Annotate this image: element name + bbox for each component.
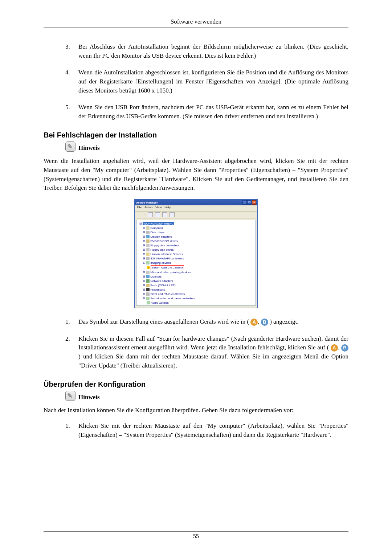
install-steps-list: 3. Bei Abschluss der AutoInstallation be… — [65, 42, 348, 121]
tree-item[interactable]: ⊞ Floppy disk drives — [139, 248, 253, 252]
page-header: Software verwenden — [44, 18, 348, 28]
hinweis-label-2: Hinweis — [78, 394, 100, 401]
tree-item[interactable]: ⊞ Processors — [139, 288, 253, 292]
tree-item[interactable]: ⊞ IDE ATA/ATAPI controllers — [139, 257, 253, 261]
nav-fwd-icon[interactable]: → — [142, 213, 146, 217]
badge-b-icon: B — [261, 319, 268, 326]
titlebar: Device Manager _ □ × — [135, 200, 257, 205]
step-4: 4. Wenn die AutoInstallation abgeschloss… — [65, 68, 348, 95]
verify-step-1: 1. Klicken Sie mit der rechten Maustaste… — [65, 422, 348, 439]
tree-item[interactable]: ⊞ Computer — [139, 226, 253, 230]
section-install-failure-heading: Bei Fehlschlagen der Installation — [44, 131, 348, 139]
close-icon[interactable]: × — [252, 200, 256, 205]
maximize-icon[interactable]: □ — [247, 200, 252, 205]
step-4-number: 4. — [65, 68, 70, 77]
step-5-number: 5. — [65, 103, 70, 112]
verify-step-1-text: Klicken Sie mit der rechten Maustaste au… — [78, 422, 348, 438]
nav-back-icon[interactable]: ← — [137, 213, 140, 217]
fail-step-2-text-a: Klicken Sie in diesem Fall auf "Scan for… — [78, 335, 348, 351]
menu-bar: File Action View Help — [135, 205, 257, 212]
tree-item[interactable]: ⊞ Monitors — [139, 275, 253, 279]
fail-step-1-text-a: Das Symbol zur Darstellung eines ausgefa… — [78, 318, 249, 325]
menu-help[interactable]: Help — [164, 206, 170, 211]
step-4-text: Wenn die AutoInstallation abgeschlossen … — [78, 69, 348, 94]
page-number: 55 — [193, 533, 199, 539]
toolbar-btn-3[interactable] — [162, 212, 167, 217]
verify-steps-list: 1. Klicken Sie mit der rechten Maustaste… — [65, 422, 348, 439]
step-3: 3. Bei Abschluss der AutoInstallation be… — [65, 42, 348, 60]
fail-step-2-number: 2. — [65, 335, 70, 344]
tree-item[interactable]: ⊞ Human Interface Devices — [139, 252, 253, 257]
tree-item[interactable]: ⊟ Imaging devices — [139, 261, 253, 265]
fail-step-1: 1. Das Symbol zur Darstellung eines ausg… — [65, 317, 348, 327]
tree-subitem[interactable]: Audio Codecs — [139, 301, 253, 305]
install-failure-paragraph: Wenn die Installation angehalten wird, w… — [44, 157, 348, 193]
toolbar-btn-1[interactable] — [148, 212, 153, 217]
step-3-text: Bei Abschluss der AutoInstallation begin… — [78, 43, 348, 59]
menu-view[interactable]: View — [155, 206, 162, 211]
verify-step-1-number: 1. — [65, 422, 70, 431]
window-title: Device Manager — [136, 201, 158, 204]
device-tree[interactable]: ⊟ WORKGROUP-R01PC ⊞ Computer ⊞ Disk driv… — [136, 220, 256, 305]
hinweis-row-1: Hinweis — [65, 141, 348, 152]
tree-item[interactable]: ⊟ Sound, video and game controllers — [139, 296, 253, 301]
menu-action[interactable]: Action — [144, 206, 152, 211]
tree-item[interactable]: ⊞ SCSI and RAID controllers — [139, 292, 253, 296]
badge-sep: , — [338, 344, 341, 351]
device-manager-window: Device Manager _ □ × File Action View He… — [134, 199, 258, 308]
fail-step-1-number: 1. — [65, 317, 70, 327]
note-icon — [65, 141, 75, 152]
hinweis-label-1: Hinweis — [78, 144, 100, 152]
fail-step-1-text-b: ) angezeigt. — [270, 318, 298, 325]
tree-item-warning[interactable]: !Saturn USB 2.0 Camera — [139, 265, 253, 270]
badge-b-icon: B — [341, 344, 348, 352]
minimize-icon[interactable]: _ — [242, 200, 247, 205]
step-3-number: 3. — [65, 42, 70, 52]
menu-file[interactable]: File — [137, 206, 142, 211]
tree-item[interactable]: ⊞ Ports (COM & LPT) — [139, 283, 253, 288]
step-5: 5. Wenn Sie den USB Port ändern, nachdem… — [65, 103, 348, 121]
badge-a-icon: A — [250, 319, 258, 326]
toolbar-btn-4[interactable] — [170, 212, 175, 217]
toolbar-btn-2[interactable] — [155, 212, 160, 217]
fail-step-2: 2. Klicken Sie in diesem Fall auf "Scan … — [65, 335, 348, 370]
tree-item[interactable]: ⊞ Disk drives — [139, 230, 253, 235]
tree-subitem[interactable]: Legacy Audio Drivers — [139, 305, 253, 305]
note-icon — [65, 391, 75, 401]
fail-step-2-text-b: ) und klicken Sie dann mit der rechten M… — [78, 353, 348, 369]
page-footer: 55 — [44, 531, 348, 539]
badge-sep: , — [258, 318, 261, 325]
tree-item[interactable]: ⊞ Floppy disk controllers — [139, 243, 253, 248]
tree-item[interactable]: ⊞ Network adapters — [139, 279, 253, 283]
step-5-text: Wenn Sie den USB Port ändern, nachdem de… — [78, 104, 348, 120]
tree-item[interactable]: ⊞ Display adapters — [139, 235, 253, 239]
failure-steps-list: 1. Das Symbol zur Darstellung eines ausg… — [65, 317, 348, 370]
tree-item[interactable]: ⊞ Mice and other pointing devices — [139, 270, 253, 275]
hinweis-row-2: Hinweis — [65, 391, 348, 401]
tree-root[interactable]: ⊟ WORKGROUP-R01PC — [139, 222, 253, 226]
toolbar: ← → — [135, 212, 257, 218]
verify-config-paragraph: Nach der Installation können Sie die Kon… — [44, 406, 348, 415]
tree-item[interactable]: ⊞ DVD/CD-ROM drives — [139, 239, 253, 243]
section-verify-config-heading: Überprüfen der Konfiguration — [44, 380, 348, 389]
badge-a-icon: A — [331, 344, 338, 352]
